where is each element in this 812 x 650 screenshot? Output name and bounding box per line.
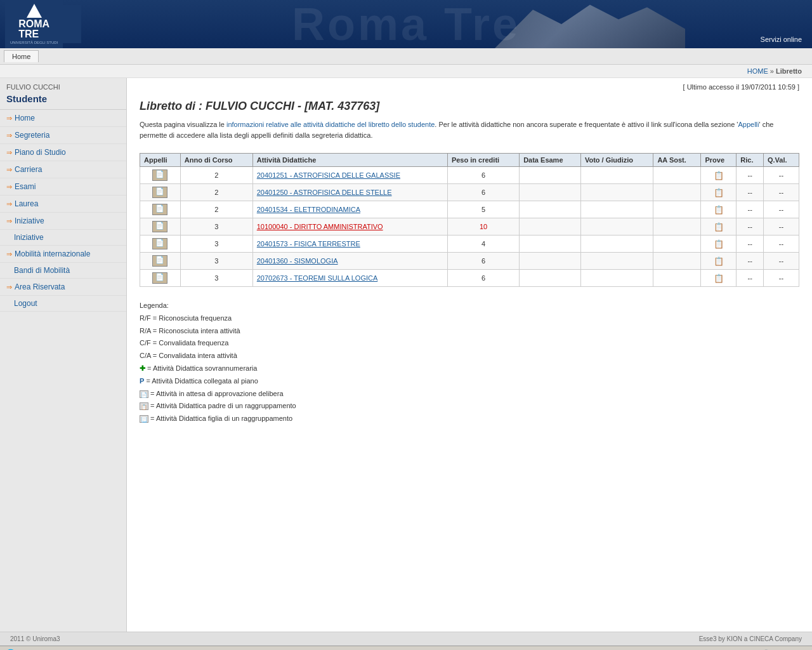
prove-icon[interactable]: 📋 — [714, 256, 724, 266]
sidebar-item-label: Piano di Studio — [15, 148, 66, 157]
sidebar-item-label: Home — [15, 114, 35, 123]
appelli-cell: 📄 — [140, 218, 181, 235]
data-cell — [520, 167, 581, 184]
navbar: Home — [0, 48, 812, 65]
arrow-icon: ⇒ — [6, 166, 12, 174]
prove-cell: 📋 — [701, 235, 737, 253]
servizi-online-link[interactable]: Servizi online — [761, 36, 802, 43]
logo-image: ROMATRE UNIVERSITÀ DEGLI STUDI — [5, 5, 81, 43]
appelli-icon[interactable]: 📄 — [152, 221, 167, 232]
data-cell — [520, 235, 581, 253]
sidebar: FULVIO CUCCHI Studente ⇒ Home ⇒ Segreter… — [0, 78, 127, 632]
anno-cell: 2 — [180, 201, 252, 218]
anno-cell: 3 — [180, 218, 252, 235]
attivita-link[interactable]: 10100040 - DIRITTO AMMINISTRATIVO — [257, 223, 383, 230]
ric-cell: -- — [737, 270, 764, 287]
prove-icon[interactable]: 📋 — [714, 205, 724, 215]
prove-icon[interactable]: 📋 — [714, 171, 724, 180]
table-row: 📄320702673 - TEOREMI SULLA LOGICA6📋---- — [140, 270, 799, 287]
legend-item: C/F = Convalidata frequenza — [140, 337, 799, 350]
arrow-icon: ⇒ — [6, 200, 12, 208]
attivita-link[interactable]: 20401360 - SISMOLOGIA — [257, 257, 338, 265]
attivita-link[interactable]: 20702673 - TEOREMI SULLA LOGICA — [257, 274, 378, 282]
breadcrumb-home[interactable]: HOME — [747, 67, 768, 75]
activities-table: Appelli Anno di Corso Attività Didattich… — [140, 153, 799, 287]
sidebar-item-segreteria[interactable]: ⇒ Segreteria — [0, 127, 126, 144]
appelli-icon[interactable]: 📄 — [152, 204, 167, 215]
appelli-icon[interactable]: 📄 — [152, 272, 167, 284]
sidebar-item-carriera[interactable]: ⇒ Carriera — [0, 161, 126, 178]
ric-cell: -- — [737, 235, 764, 253]
sidebar-item-iniziative[interactable]: ⇒ Iniziative — [0, 213, 126, 230]
col-ric: Ric. — [737, 154, 764, 167]
col-peso: Peso in crediti — [447, 154, 519, 167]
prove-icon[interactable]: 📋 — [714, 274, 724, 283]
ric-cell: -- — [737, 184, 764, 201]
appelli-icon[interactable]: 📄 — [152, 255, 167, 267]
prove-icon[interactable]: 📋 — [714, 222, 724, 232]
sidebar-item-esami[interactable]: ⇒ Esami — [0, 178, 126, 196]
attivita-cell: 20401250 - ASTROFISICA DELLE STELLE — [252, 184, 447, 201]
attivita-link[interactable]: 20401250 - ASTROFISICA DELLE STELLE — [257, 189, 392, 196]
prove-icon[interactable]: 📋 — [714, 188, 724, 197]
prove-icon[interactable]: 📋 — [714, 239, 724, 249]
logo: ROMATRE UNIVERSITÀ DEGLI STUDI — [0, 5, 81, 43]
col-data: Data Esame — [520, 154, 581, 167]
sidebar-item-piano-di-studio[interactable]: ⇒ Piano di Studio — [0, 144, 126, 161]
peso-cell: 10 — [447, 218, 519, 235]
anno-cell: 3 — [180, 270, 252, 287]
sidebar-subitem-bandi[interactable]: Bandi di Mobilità — [0, 263, 126, 279]
appelli-cell: 📄 — [140, 167, 181, 184]
legend: Legenda: R/F = Riconosciuta frequenza R/… — [140, 300, 799, 425]
arrow-icon: ⇒ — [6, 217, 12, 225]
attivita-link[interactable]: 20401573 - FISICA TERRESTRE — [257, 240, 360, 248]
sidebar-subitem-logout[interactable]: Logout — [0, 296, 126, 312]
page-title: Libretto di : FULVIO CUCCHI - [MAT. 4377… — [140, 100, 799, 113]
breadcrumb-separator: » — [770, 67, 776, 75]
logo-subtitle: UNIVERSITÀ DEGLI STUDI — [10, 41, 58, 44]
peso-cell: 6 — [447, 167, 519, 184]
home-tab[interactable]: Home — [4, 50, 39, 62]
logo-text: ROMATRE — [18, 19, 49, 39]
col-anno: Anno di Corso — [180, 154, 252, 167]
appelli-icon[interactable]: 📄 — [152, 238, 167, 249]
peso-cell: 4 — [447, 235, 519, 253]
figlia-icon: 📃 — [140, 415, 148, 423]
voto-cell — [580, 184, 653, 201]
aa-cell — [653, 167, 701, 184]
anno-cell: 3 — [180, 253, 252, 270]
legend-item: 📋 = Attività Didattica padre di un raggr… — [140, 400, 799, 413]
legend-item: 📄 = Attività in attesa di approvazione d… — [140, 388, 799, 401]
description-highlight: informazioni relative alle attività dida… — [226, 121, 435, 128]
qval-cell: -- — [763, 167, 799, 184]
qval-cell: -- — [763, 201, 799, 218]
sidebar-username: FULVIO CUCCHI — [0, 78, 126, 92]
page-description: Questa pagina visualizza le informazioni… — [140, 119, 799, 140]
peso-cell: 6 — [447, 184, 519, 201]
ric-cell: -- — [737, 167, 764, 184]
footer-powered: Esse3 by KION a CINECA Company — [699, 635, 802, 642]
prove-cell: 📋 — [701, 201, 737, 218]
col-qval: Q.Val. — [763, 154, 799, 167]
sidebar-item-area-riservata[interactable]: ⇒ Area Riservata — [0, 279, 126, 296]
table-row: 📄320401573 - FISICA TERRESTRE4📋---- — [140, 235, 799, 253]
appelli-cell: 📄 — [140, 253, 181, 270]
sidebar-item-home[interactable]: ⇒ Home — [0, 110, 126, 127]
sidebar-subitem-iniziative[interactable]: Iniziative — [0, 230, 126, 246]
appelli-icon[interactable]: 📄 — [152, 169, 167, 181]
sidebar-item-laurea[interactable]: ⇒ Laurea — [0, 196, 126, 213]
sidebar-item-mobilita[interactable]: ⇒ Mobilità internazionale — [0, 246, 126, 263]
header-mountain — [495, 0, 685, 48]
footer: 2011 © Uniroma3 Esse3 by KION a CINECA C… — [0, 632, 812, 646]
voto-cell — [580, 218, 653, 235]
attivita-link[interactable]: 20401251 - ASTROFISICA DELLE GALASSIE — [257, 171, 400, 179]
appelli-cell: 📄 — [140, 270, 181, 287]
qval-cell: -- — [763, 218, 799, 235]
header: ROMATRE UNIVERSITÀ DEGLI STUDI Roma Tre … — [0, 0, 812, 48]
attivita-link[interactable]: 20401534 - ELETTRODINAMICA — [257, 206, 360, 213]
appelli-icon[interactable]: 📄 — [152, 187, 167, 198]
legend-item: ✚ = Attività Didattica sovrannumeraria — [140, 362, 799, 375]
legend-item: C/A = Convalidata intera attività — [140, 350, 799, 362]
prove-cell: 📋 — [701, 218, 737, 235]
aa-cell — [653, 235, 701, 253]
